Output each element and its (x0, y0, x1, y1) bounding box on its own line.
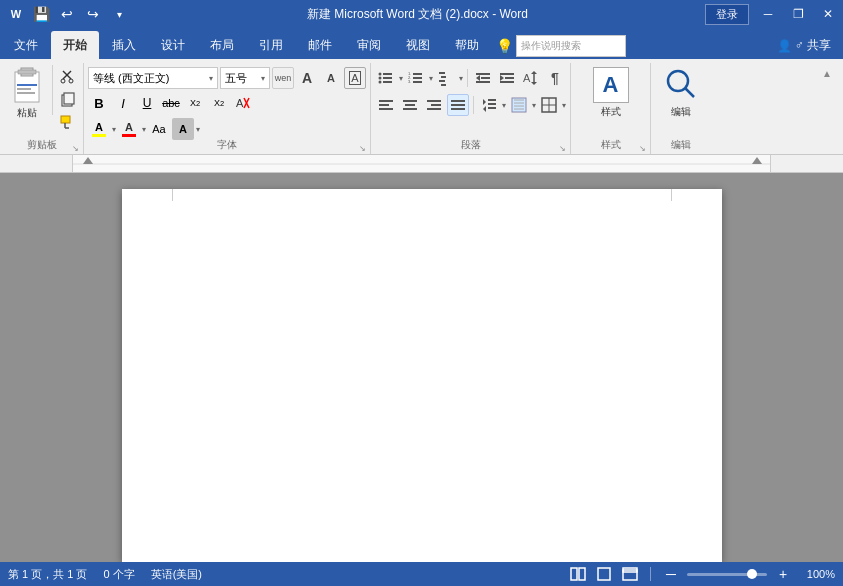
redo-quick-btn[interactable]: ↪ (82, 3, 104, 25)
tab-references[interactable]: 引用 (247, 31, 295, 59)
format-painter-button[interactable] (57, 111, 79, 133)
line-spacing-dropdown[interactable]: ▾ (502, 101, 506, 110)
tab-view[interactable]: 视图 (394, 31, 442, 59)
left-indent-marker[interactable] (83, 157, 93, 164)
cut-button[interactable] (57, 65, 79, 87)
superscript-button[interactable]: X2 (208, 92, 230, 114)
bullet-list-dropdown[interactable]: ▾ (399, 74, 403, 83)
right-indent-marker[interactable] (752, 157, 762, 164)
tab-insert[interactable]: 插入 (100, 31, 148, 59)
shading-button[interactable] (508, 94, 530, 116)
bold-button[interactable]: B (88, 92, 110, 114)
underline-button[interactable]: U (136, 92, 158, 114)
paste-button[interactable]: 粘贴 (6, 65, 48, 121)
svg-point-18 (379, 73, 382, 76)
font-size-large-btn[interactable]: A (296, 67, 318, 89)
multilevel-list-button[interactable] (435, 67, 457, 89)
clipboard-expand-btn[interactable]: ↘ (69, 142, 81, 154)
copy-button[interactable] (57, 88, 79, 110)
close-button[interactable]: ✕ (813, 0, 843, 28)
tab-layout[interactable]: 布局 (198, 31, 246, 59)
char-shading-dropdown[interactable]: ▾ (196, 125, 200, 134)
undo-quick-btn[interactable]: ↩ (56, 3, 78, 25)
highlight-color-bar (92, 134, 106, 137)
svg-rect-50 (405, 104, 415, 106)
char-border-btn[interactable]: A (344, 67, 366, 89)
sort-button[interactable]: A (520, 67, 542, 89)
justify-icon (450, 97, 466, 113)
subscript-button[interactable]: X2 (184, 92, 206, 114)
font-name-selector[interactable]: 等线 (西文正文) ▾ (88, 67, 218, 89)
save-quick-btn[interactable]: 💾 (30, 3, 52, 25)
minimize-button[interactable]: ─ (753, 0, 783, 28)
tab-mailings[interactable]: 邮件 (296, 31, 344, 59)
svg-rect-51 (403, 108, 417, 110)
strikethrough-button[interactable]: abc (160, 92, 182, 114)
editing-button[interactable]: 编辑 (658, 65, 704, 121)
numbered-list-button[interactable]: 1. 2. 3. (405, 67, 427, 89)
svg-text:A: A (523, 72, 531, 84)
bullet-list-icon (378, 70, 394, 86)
numbered-list-dropdown[interactable]: ▾ (429, 74, 433, 83)
status-right: ─ + 100% (568, 565, 835, 583)
cut-icon (60, 68, 76, 84)
tab-review[interactable]: 审阅 (345, 31, 393, 59)
editing-group: 编辑 编辑 (651, 63, 711, 154)
font-size-selector[interactable]: 五号 ▾ (220, 67, 270, 89)
zoom-in-button[interactable]: + (773, 565, 793, 583)
read-view-button[interactable] (568, 565, 588, 583)
paragraph-expand-btn[interactable]: ↘ (556, 142, 568, 154)
line-spacing-button[interactable] (478, 94, 500, 116)
restore-button[interactable]: ❐ (783, 0, 813, 28)
align-left-button[interactable] (375, 94, 397, 116)
font-color-dropdown[interactable]: ▾ (142, 125, 146, 134)
borders-button[interactable] (538, 94, 560, 116)
font-size-value: 五号 (225, 71, 247, 86)
char-shading-button[interactable]: A (172, 118, 194, 140)
document-page[interactable] (122, 189, 722, 562)
font-expand-btn[interactable]: ↘ (356, 142, 368, 154)
ribbon-collapse-button[interactable]: ▲ (817, 63, 837, 83)
show-marks-button[interactable]: ¶ (544, 67, 566, 89)
italic-button[interactable]: I (112, 92, 134, 114)
tab-home[interactable]: 开始 (51, 31, 99, 59)
increase-indent-button[interactable] (496, 67, 518, 89)
tab-file[interactable]: 文件 (2, 31, 50, 59)
zoom-slider[interactable] (687, 568, 767, 580)
svg-rect-30 (439, 72, 445, 74)
font-format-row: B I U abc X2 X2 A (88, 92, 366, 114)
zoom-level[interactable]: 100% (799, 568, 835, 580)
word-count: 0 个字 (103, 567, 134, 582)
share-button[interactable]: 👤 ♂ 共享 (769, 34, 839, 57)
decrease-indent-button[interactable] (472, 67, 494, 89)
font-size-small-btn[interactable]: A (320, 67, 342, 89)
justify-button[interactable] (447, 94, 469, 116)
login-button[interactable]: 登录 (705, 4, 749, 25)
editing-group-label: 编辑 (651, 138, 711, 152)
align-center-button[interactable] (399, 94, 421, 116)
multilevel-dropdown[interactable]: ▾ (459, 74, 463, 83)
align-right-button[interactable] (423, 94, 445, 116)
bullet-list-button[interactable] (375, 67, 397, 89)
svg-rect-46 (379, 100, 393, 102)
shading-dropdown[interactable]: ▾ (532, 101, 536, 110)
styles-expand-btn[interactable]: ↘ (636, 142, 648, 154)
tab-help[interactable]: 帮助 (443, 31, 491, 59)
editing-label: 编辑 (671, 105, 691, 119)
borders-dropdown[interactable]: ▾ (562, 101, 566, 110)
phonetic-btn[interactable]: wen (272, 67, 294, 89)
svg-marker-45 (531, 82, 537, 85)
zoom-track (687, 573, 767, 576)
print-view-button[interactable] (594, 565, 614, 583)
change-case-button[interactable]: Aa (148, 118, 170, 140)
tab-design[interactable]: 设计 (149, 31, 197, 59)
highlight-dropdown[interactable]: ▾ (112, 125, 116, 134)
svg-rect-37 (476, 81, 490, 83)
styles-button[interactable]: A 样式 (588, 65, 634, 121)
svg-marker-61 (483, 99, 486, 105)
web-view-button[interactable] (620, 565, 640, 583)
clear-format-button[interactable]: A (232, 92, 254, 114)
hint-search-box[interactable]: 操作说明搜索 (516, 35, 626, 57)
customize-quick-btn[interactable]: ▾ (108, 3, 130, 25)
zoom-out-button[interactable]: ─ (661, 565, 681, 583)
